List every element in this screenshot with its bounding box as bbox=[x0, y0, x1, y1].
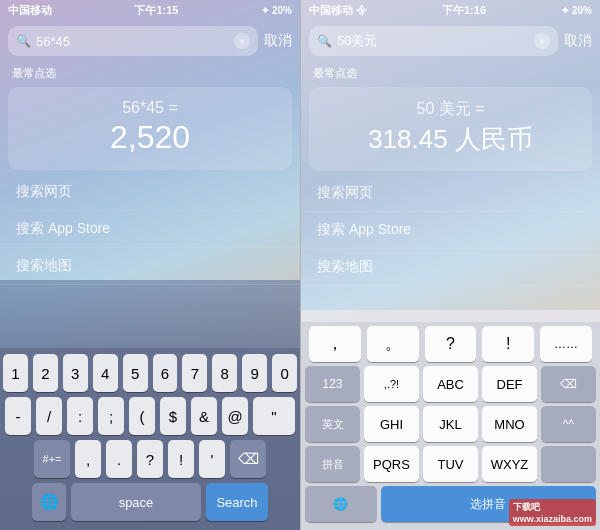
right-kb-row-1: 123 ,.?! ABC DEF ⌫ bbox=[305, 366, 596, 402]
left-result-expression: 56*45 = bbox=[24, 99, 276, 117]
right-punc-ellipsis[interactable]: …… bbox=[540, 326, 592, 362]
right-suggestion-0[interactable]: 搜索网页 bbox=[301, 175, 600, 212]
left-key-lparen[interactable]: ( bbox=[129, 397, 155, 435]
left-key-semicolon[interactable]: ; bbox=[98, 397, 124, 435]
left-key-amp[interactable]: & bbox=[191, 397, 217, 435]
right-kb-row-2: 英文 GHI JKL MNO ^^ bbox=[305, 406, 596, 442]
right-key-delete-cn[interactable]: ⌫ bbox=[541, 366, 596, 402]
left-key-8[interactable]: 8 bbox=[212, 354, 237, 392]
left-key-at[interactable]: @ bbox=[222, 397, 248, 435]
left-suggestion-2[interactable]: 搜索地图 bbox=[0, 248, 300, 285]
left-key-4[interactable]: 4 bbox=[93, 354, 118, 392]
left-key-7[interactable]: 7 bbox=[182, 354, 207, 392]
right-search-field[interactable]: 🔍 50美元 × bbox=[309, 26, 558, 56]
left-battery: 20% bbox=[272, 5, 292, 16]
left-kb-row-bottom: 🌐 space Search bbox=[3, 483, 297, 521]
left-bluetooth-icon: ✦ bbox=[261, 5, 269, 16]
left-kb-row-sym1: - / : ; ( $ & @ " bbox=[3, 397, 297, 435]
left-key-question[interactable]: ? bbox=[137, 440, 163, 478]
left-status-bar: 中国移动 下午1:15 ✦ 20% bbox=[0, 0, 300, 20]
right-key-jkl[interactable]: JKL bbox=[423, 406, 478, 442]
left-kb-row-numbers: 1 2 3 4 5 6 7 8 9 0 bbox=[3, 354, 297, 392]
right-result-expression: 50 美元 = bbox=[325, 99, 576, 120]
left-key-1[interactable]: 1 bbox=[3, 354, 28, 392]
right-search-bar-row: 🔍 50美元 × 取消 bbox=[301, 20, 600, 62]
left-carrier: 中国移动 bbox=[8, 3, 52, 18]
right-key-abc[interactable]: ABC bbox=[423, 366, 478, 402]
left-key-0[interactable]: 0 bbox=[272, 354, 297, 392]
right-kb-punc-row: ， 。 ? ! …… bbox=[305, 326, 596, 362]
left-time: 下午1:15 bbox=[134, 3, 178, 18]
right-key-ghi[interactable]: GHI bbox=[364, 406, 419, 442]
left-suggestion-0[interactable]: 搜索网页 bbox=[0, 174, 300, 211]
left-section-label: 最常点选 bbox=[0, 62, 300, 83]
right-battery: 20% bbox=[572, 5, 592, 16]
right-status-right: ✦ 20% bbox=[561, 5, 592, 16]
left-key-2[interactable]: 2 bbox=[33, 354, 58, 392]
left-key-colon[interactable]: : bbox=[67, 397, 93, 435]
right-key-english[interactable]: 英文 bbox=[305, 406, 360, 442]
right-key-commpunc[interactable]: ,.?! bbox=[364, 366, 419, 402]
left-kb-row-sym2: #+= , . ? ! ' ⌫ bbox=[3, 440, 297, 478]
right-cancel-button[interactable]: 取消 bbox=[564, 32, 592, 50]
left-key-space[interactable]: space bbox=[71, 483, 201, 521]
left-key-apos[interactable]: ' bbox=[199, 440, 225, 478]
right-punc-question[interactable]: ? bbox=[425, 326, 477, 362]
right-result-value: 318.45 人民币 bbox=[325, 122, 576, 157]
left-key-quote[interactable]: " bbox=[253, 397, 295, 435]
right-key-tuv[interactable]: TUV bbox=[423, 446, 478, 482]
left-cancel-button[interactable]: 取消 bbox=[264, 32, 292, 50]
right-section-label: 最常点选 bbox=[301, 62, 600, 83]
left-suggestion-1-text: 搜索 App Store bbox=[16, 220, 110, 236]
right-punc-comma[interactable]: ， bbox=[309, 326, 361, 362]
left-phone-screen: 中国移动 下午1:15 ✦ 20% 🔍 56*45 × 取消 最常点选 56*4… bbox=[0, 0, 300, 530]
right-key-globe-cn[interactable]: 🌐 bbox=[305, 486, 377, 522]
left-keyboard: 1 2 3 4 5 6 7 8 9 0 - / : ; ( $ & @ bbox=[0, 348, 300, 530]
right-clear-button[interactable]: × bbox=[534, 33, 550, 49]
right-time: 下午1:16 bbox=[442, 3, 486, 18]
left-suggestion-0-text: 搜索网页 bbox=[16, 183, 72, 199]
right-phone-screen: 中国移动 令 下午1:16 ✦ 20% 🔍 50美元 × 取消 最常点选 50 … bbox=[300, 0, 600, 530]
left-clear-button[interactable]: × bbox=[234, 33, 250, 49]
left-key-comma[interactable]: , bbox=[75, 440, 101, 478]
right-punc-period[interactable]: 。 bbox=[367, 326, 419, 362]
right-spacer bbox=[301, 286, 600, 322]
left-suggestion-1[interactable]: 搜索 App Store bbox=[0, 211, 300, 248]
left-key-search[interactable]: Search bbox=[206, 483, 268, 521]
right-key-123[interactable]: 123 bbox=[305, 366, 360, 402]
left-status-left: 中国移动 bbox=[8, 3, 52, 18]
left-key-delete[interactable]: ⌫ bbox=[230, 440, 266, 478]
right-suggestion-1[interactable]: 搜索 App Store bbox=[301, 212, 600, 249]
right-key-pinyin[interactable]: 拼音 bbox=[305, 446, 360, 482]
left-search-bar-row: 🔍 56*45 × 取消 bbox=[0, 20, 300, 62]
left-key-period[interactable]: . bbox=[106, 440, 132, 478]
right-key-caret[interactable]: ^^ bbox=[541, 406, 596, 442]
right-status-bar: 中国移动 令 下午1:16 ✦ 20% bbox=[301, 0, 600, 20]
left-key-globe[interactable]: 🌐 bbox=[32, 483, 66, 521]
left-key-hash[interactable]: #+= bbox=[34, 440, 70, 478]
right-key-pqrs[interactable]: PQRS bbox=[364, 446, 419, 482]
left-search-input[interactable]: 56*45 bbox=[36, 34, 229, 49]
right-suggestion-1-text: 搜索 App Store bbox=[317, 221, 411, 237]
right-key-mno[interactable]: MNO bbox=[482, 406, 537, 442]
left-key-3[interactable]: 3 bbox=[63, 354, 88, 392]
right-search-input[interactable]: 50美元 bbox=[337, 32, 529, 50]
left-key-9[interactable]: 9 bbox=[242, 354, 267, 392]
right-key-wxyz[interactable]: WXYZ bbox=[482, 446, 537, 482]
left-key-5[interactable]: 5 bbox=[123, 354, 148, 392]
left-spacer bbox=[0, 285, 300, 348]
left-key-dollar[interactable]: $ bbox=[160, 397, 186, 435]
right-carrier: 中国移动 令 bbox=[309, 3, 367, 18]
right-bluetooth-icon: ✦ bbox=[561, 5, 569, 16]
right-suggestion-2[interactable]: 搜索地图 bbox=[301, 249, 600, 286]
left-search-field[interactable]: 🔍 56*45 × bbox=[8, 26, 258, 56]
left-key-excl[interactable]: ! bbox=[168, 440, 194, 478]
right-punc-excl[interactable]: ! bbox=[482, 326, 534, 362]
left-key-6[interactable]: 6 bbox=[153, 354, 178, 392]
right-status-left: 中国移动 令 bbox=[309, 3, 367, 18]
left-result-card: 56*45 = 2,520 bbox=[8, 87, 292, 170]
right-key-def[interactable]: DEF bbox=[482, 366, 537, 402]
right-suggestion-2-text: 搜索地图 bbox=[317, 258, 373, 274]
left-key-dash[interactable]: - bbox=[5, 397, 31, 435]
left-key-slash[interactable]: / bbox=[36, 397, 62, 435]
